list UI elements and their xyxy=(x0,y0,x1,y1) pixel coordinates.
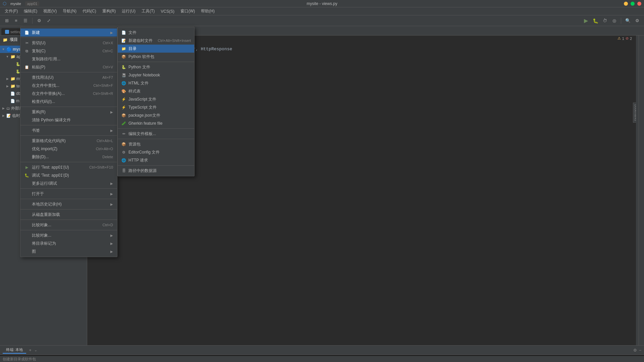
ctx-delete[interactable]: 删除(D)... Delete xyxy=(20,153,117,161)
sub-editorconfig[interactable]: ⚙ EditorConfig 文件 xyxy=(118,148,194,156)
ctx-reload[interactable]: 从磁盘重新加载 xyxy=(20,210,117,219)
ctx-reformat[interactable]: 重新格式化代码(R) Ctrl+Alt+L xyxy=(20,137,117,145)
window-controls[interactable] xyxy=(624,2,641,6)
ctx-clean-python[interactable]: 清除 Python 编译文件 xyxy=(20,116,117,124)
sub-jupyter[interactable]: 📓 Jupyter Notebook xyxy=(118,71,194,79)
ctx-external-tools[interactable]: 比较对象... ▶ xyxy=(20,231,117,239)
ctx-local-history[interactable]: 本地历史记录(H) ▶ xyxy=(20,200,117,208)
ctx-optimize-shortcut: Ctrl+Alt+O xyxy=(96,147,113,151)
menu-refactor[interactable]: 重构(R) xyxy=(100,8,119,15)
terminal-chevron-btn[interactable]: ⌄ xyxy=(34,348,37,352)
ctx-inspect[interactable]: 检查代码(I)... xyxy=(20,98,117,106)
debug-btn[interactable]: 🐛 xyxy=(591,17,599,25)
ctx-copy-path[interactable]: 复制路径/引用... xyxy=(20,55,117,63)
ctx-cut-shortcut: Ctrl+X xyxy=(103,41,113,45)
sub-typescript[interactable]: ⚡ TypeScript 文件 xyxy=(118,103,194,111)
ctx-compare[interactable]: 比较对象... Ctrl+D xyxy=(20,221,117,229)
terminal-add-btn[interactable]: + xyxy=(29,348,32,353)
ctx-refactor[interactable]: 重构(R) ▶ xyxy=(20,108,117,116)
ctx-sep-10 xyxy=(20,220,117,220)
menu-code[interactable]: 代码(C) xyxy=(80,8,99,15)
terminal-minimize-icon[interactable]: − xyxy=(639,348,641,353)
sub-resource-label: 资源包 xyxy=(128,141,141,147)
menu-navigate[interactable]: 导航(N) xyxy=(60,8,79,15)
ctx-graph[interactable]: 图 ▶ xyxy=(20,247,117,255)
sub-file[interactable]: 📄 文件 xyxy=(118,28,194,37)
editor-scrollbar[interactable] xyxy=(636,36,639,345)
sub-html-icon: 🌐 xyxy=(121,80,126,86)
ctx-debug-test[interactable]: 🐛 调试 'Test: app01'(D) xyxy=(20,171,117,179)
sub-http-request[interactable]: 🌐 HTTP 请求 xyxy=(118,156,194,164)
sub-javascript[interactable]: ⚡ JavaScript 文件 xyxy=(118,95,194,103)
sub-html-label: HTML 文件 xyxy=(128,80,149,86)
sub-directory[interactable]: 📁 目录 xyxy=(118,45,194,53)
ctx-new[interactable]: 📄 新建 ▶ xyxy=(20,28,117,37)
ctx-new-icon: 📄 xyxy=(24,31,29,35)
sub-edit-templates[interactable]: ✏ 编辑文件模板... xyxy=(118,130,194,138)
terminal-tab-local[interactable]: 终端: 本地 xyxy=(3,347,26,354)
project-name: mysite xyxy=(10,2,21,6)
ctx-find-in-file[interactable]: 在文件中查找... Ctrl+Shift+F xyxy=(20,81,117,89)
sub-gherkin[interactable]: 🥒 Gherkin feature file xyxy=(118,119,194,127)
coverage-btn[interactable]: ◎ xyxy=(610,17,618,25)
menu-run[interactable]: 运行(U) xyxy=(119,8,138,15)
ctx-external-tools-label: 比较对象... xyxy=(32,233,51,238)
sub-html[interactable]: 🌐 HTML 文件 xyxy=(118,79,194,87)
profile-btn[interactable]: ⏱ xyxy=(601,17,609,25)
ctx-paste[interactable]: 📋 粘贴(P) Ctrl+V xyxy=(20,63,117,71)
ctx-find-usage-label: 查找用法(U) xyxy=(32,75,54,80)
settings-cog[interactable]: ⚙ xyxy=(633,17,641,25)
ctx-cut-label: 剪切(U) xyxy=(32,40,46,46)
menu-vcs[interactable]: VCS(S) xyxy=(158,8,177,14)
sub-stylesheet[interactable]: 🎨 样式表 xyxy=(118,87,194,95)
ctx-run-test[interactable]: ▶ 运行 'Test: app01'(U) Ctrl+Shift+F10 xyxy=(20,163,117,171)
ctx-graph-label: 图 xyxy=(32,249,36,254)
ctx-open-with[interactable]: 打开于 ▶ xyxy=(20,190,117,198)
ctx-bookmark[interactable]: 书签 ▶ xyxy=(20,126,117,134)
ctx-mark-dir[interactable]: 将目录标记为 ▶ xyxy=(20,239,117,247)
ctx-replace-in-file[interactable]: 在文件中替换(A)... Ctrl+Shift+R xyxy=(20,89,117,98)
menu-window[interactable]: 窗口(W) xyxy=(178,8,198,15)
terminal-settings-icon[interactable]: ⚙ xyxy=(633,348,637,353)
sub-python-file[interactable]: 🐍 Python 文件 xyxy=(118,63,194,71)
settings-btn[interactable]: ⚙ xyxy=(35,17,43,25)
menu-help[interactable]: 帮助(H) xyxy=(198,8,217,15)
ctx-external-tools-arrow: ▶ xyxy=(110,234,113,237)
bookmark-btn[interactable]: ☰ xyxy=(21,17,30,25)
minimize-button[interactable] xyxy=(624,2,628,6)
menu-file[interactable]: 文件(F) xyxy=(2,8,20,15)
menu-edit[interactable]: 编辑(E) xyxy=(21,8,40,15)
ctx-paste-icon: 📋 xyxy=(24,65,29,69)
run-btn[interactable]: ▶ xyxy=(582,17,590,25)
ctx-find-usage[interactable]: 查找用法(U) Alt+F7 xyxy=(20,73,117,81)
ctx-run-test-label: 运行 'Test: app01'(U) xyxy=(32,165,69,170)
sub-gherkin-icon: 🥒 xyxy=(121,121,126,126)
ctx-inspect-label: 检查代码(I)... xyxy=(32,99,55,105)
bottom-hint-bar: 创建新目录成软件包 xyxy=(0,356,644,362)
ctx-optimize[interactable]: 优化 import(Z) Ctrl+Alt+O xyxy=(20,145,117,153)
tree-app-arrow: ▼ xyxy=(5,55,9,58)
ctx-more-run[interactable]: 更多运行/调试 ▶ xyxy=(20,179,117,187)
ctx-sep-6 xyxy=(20,162,117,162)
sub-typescript-icon: ⚡ xyxy=(121,105,126,110)
sub-resource[interactable]: 📦 资源包 xyxy=(118,140,194,148)
ctx-reformat-label: 重新格式化代码(R) xyxy=(32,138,66,144)
ctx-cut[interactable]: ✂ 剪切(U) Ctrl+X xyxy=(20,39,117,47)
sub-python-pkg[interactable]: 📦 Python 软件包 xyxy=(118,53,194,61)
sub-data-in-path[interactable]: 🗄 路径中的数据源 xyxy=(118,167,194,175)
sub-package-json-icon: 📦 xyxy=(121,113,126,118)
menu-view[interactable]: 视图(V) xyxy=(41,8,59,15)
expand-btn[interactable]: ⤢ xyxy=(45,17,53,25)
sub-scratch[interactable]: 📝 新建临时文件 Ctrl+Alt+Shift+Insert xyxy=(118,37,194,45)
close-button[interactable] xyxy=(637,2,641,6)
ctx-copy[interactable]: ⧉ 复制(C) Ctrl+C xyxy=(20,47,117,55)
sub-package-json[interactable]: 📦 package.json文件 xyxy=(118,111,194,119)
ctx-replace-in-file-label: 在文件中替换(A)... xyxy=(32,91,65,97)
sub-python-pkg-icon: 📦 xyxy=(121,54,126,59)
structure-btn[interactable]: ≡ xyxy=(12,17,20,25)
project-view-btn[interactable]: ⊞ xyxy=(3,17,11,25)
maximize-button[interactable] xyxy=(631,2,635,6)
ctx-refactor-label: 重构(R) xyxy=(32,109,46,115)
menu-tools[interactable]: 工具(T) xyxy=(139,8,157,15)
search-btn[interactable]: 🔍 xyxy=(624,17,632,25)
